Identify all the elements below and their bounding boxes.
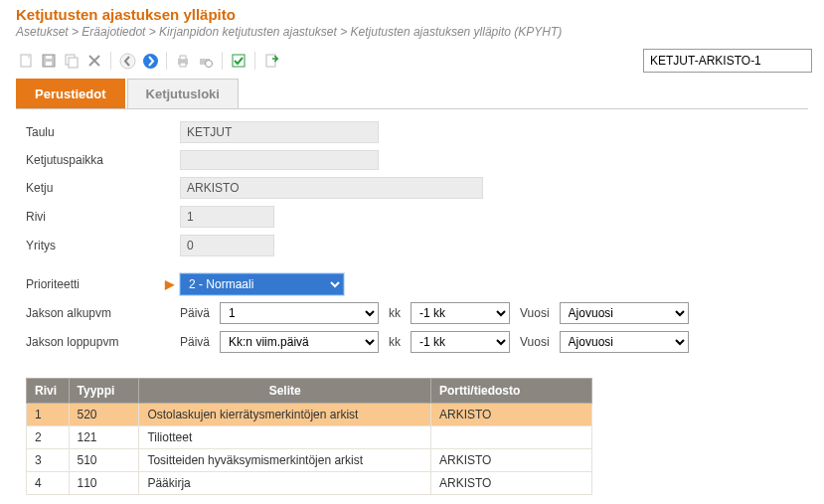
svg-rect-3 bbox=[46, 56, 52, 59]
field-rivi: 1 bbox=[180, 206, 274, 228]
col-tyyppi[interactable]: Tyyppi bbox=[69, 379, 139, 404]
cell-tyyppi: 510 bbox=[69, 449, 139, 472]
cell-selite: Ostolaskujen kierrätysmerkintöjen arkist bbox=[139, 404, 431, 426]
tabstrip: Perustiedot Ketjutusloki bbox=[16, 79, 808, 109]
label-rivi: Rivi bbox=[26, 210, 180, 224]
col-selite[interactable]: Selite bbox=[139, 379, 431, 404]
tab-ketjutusloki[interactable]: Ketjutusloki bbox=[127, 79, 239, 108]
field-taulu: KETJUT bbox=[180, 121, 379, 143]
field-ketjutuspaikka bbox=[180, 150, 379, 170]
select-prioriteetti[interactable]: 2 - Normaali bbox=[180, 273, 344, 295]
toolbar-separator bbox=[110, 52, 111, 70]
cell-portti bbox=[430, 426, 591, 449]
label-taulu: Taulu bbox=[26, 125, 180, 139]
delete-icon[interactable] bbox=[84, 51, 104, 71]
cell-selite: Tiliotteet bbox=[139, 426, 431, 449]
export-icon[interactable] bbox=[261, 51, 281, 71]
copy-icon[interactable] bbox=[62, 51, 82, 71]
select-alkupvm-vuosi[interactable]: Ajovuosi bbox=[560, 302, 689, 324]
svg-rect-11 bbox=[180, 56, 186, 60]
label-alkupvm-kk: kk bbox=[389, 306, 401, 320]
cell-tyyppi: 110 bbox=[69, 472, 139, 495]
svg-rect-15 bbox=[233, 55, 245, 67]
print-icon[interactable] bbox=[173, 51, 193, 71]
select-loppupvm-paiva[interactable]: Kk:n viim.päivä bbox=[220, 331, 379, 353]
col-rivi[interactable]: Rivi bbox=[27, 379, 70, 404]
toolbar bbox=[0, 45, 824, 79]
label-ketjutuspaikka: Ketjutuspaikka bbox=[26, 153, 180, 167]
label-jakson-loppupvm: Jakson loppupvm bbox=[26, 335, 180, 349]
check-icon[interactable] bbox=[229, 51, 248, 71]
save-icon[interactable] bbox=[39, 51, 59, 71]
label-loppupvm-paiva: Päivä bbox=[180, 335, 210, 349]
field-ketju: ARKISTO bbox=[180, 177, 483, 199]
cell-portti: ARKISTO bbox=[430, 472, 591, 495]
preview-icon[interactable] bbox=[196, 51, 216, 71]
cell-portti: ARKISTO bbox=[430, 449, 591, 472]
grid-table: Rivi Tyyppi Selite Portti/tiedosto 1520O… bbox=[26, 378, 592, 495]
cell-rivi: 1 bbox=[27, 404, 70, 426]
forward-icon[interactable] bbox=[140, 51, 160, 71]
toolbar-separator bbox=[254, 52, 255, 70]
select-alkupvm-kk[interactable]: -1 kk bbox=[411, 302, 510, 324]
search-input[interactable] bbox=[643, 49, 812, 73]
label-loppupvm-vuosi: Vuosi bbox=[520, 335, 550, 349]
cell-rivi: 4 bbox=[27, 472, 70, 495]
cell-selite: Pääkirja bbox=[139, 472, 431, 495]
select-alkupvm-paiva[interactable]: 1 bbox=[220, 302, 379, 324]
cell-portti: ARKISTO bbox=[430, 404, 591, 426]
label-loppupvm-kk: kk bbox=[389, 335, 401, 349]
label-ketju: Ketju bbox=[26, 181, 180, 195]
svg-point-9 bbox=[143, 54, 158, 69]
toolbar-separator bbox=[166, 52, 167, 70]
breadcrumb: Asetukset > Eräajotiedot > Kirjanpidon k… bbox=[0, 25, 824, 45]
table-row[interactable]: 4110PääkirjaARKISTO bbox=[27, 472, 592, 495]
toolbar-separator bbox=[222, 52, 223, 70]
svg-point-14 bbox=[206, 61, 213, 68]
back-icon[interactable] bbox=[117, 51, 137, 71]
new-icon[interactable] bbox=[16, 51, 36, 71]
svg-rect-5 bbox=[69, 58, 78, 68]
page-title: Ketjutusten ajastuksen ylläpito bbox=[0, 0, 824, 25]
cell-tyyppi: 520 bbox=[69, 404, 139, 426]
label-alkupvm-vuosi: Vuosi bbox=[520, 306, 550, 320]
cell-selite: Tositteiden hyväksymismerkintöjen arkist bbox=[139, 449, 431, 472]
svg-rect-12 bbox=[180, 63, 186, 67]
cell-tyyppi: 121 bbox=[69, 426, 139, 449]
label-jakson-alkupvm: Jakson alkupvm bbox=[26, 306, 180, 320]
col-portti[interactable]: Portti/tiedosto bbox=[430, 379, 591, 404]
table-row[interactable]: 2121Tiliotteet bbox=[27, 426, 592, 449]
svg-point-8 bbox=[120, 54, 135, 69]
field-yritys: 0 bbox=[180, 235, 274, 256]
label-alkupvm-paiva: Päivä bbox=[180, 306, 210, 320]
select-loppupvm-vuosi[interactable]: Ajovuosi bbox=[560, 331, 689, 353]
table-row[interactable]: 3510Tositteiden hyväksymismerkintöjen ar… bbox=[27, 449, 592, 472]
cell-rivi: 2 bbox=[27, 426, 70, 449]
label-yritys: Yritys bbox=[26, 239, 180, 252]
svg-rect-16 bbox=[266, 55, 275, 67]
cell-rivi: 3 bbox=[27, 449, 70, 472]
table-row[interactable]: 1520Ostolaskujen kierrätysmerkintöjen ar… bbox=[27, 404, 592, 426]
tab-perustiedot[interactable]: Perustiedot bbox=[16, 79, 125, 108]
chevron-right-icon: ▶ bbox=[165, 277, 174, 291]
label-prioriteetti: Prioriteetti bbox=[26, 277, 165, 291]
form-area: Taulu KETJUT Ketjutuspaikka Ketju ARKIST… bbox=[0, 109, 824, 364]
select-loppupvm-kk[interactable]: -1 kk bbox=[411, 331, 510, 353]
svg-rect-2 bbox=[46, 62, 52, 66]
